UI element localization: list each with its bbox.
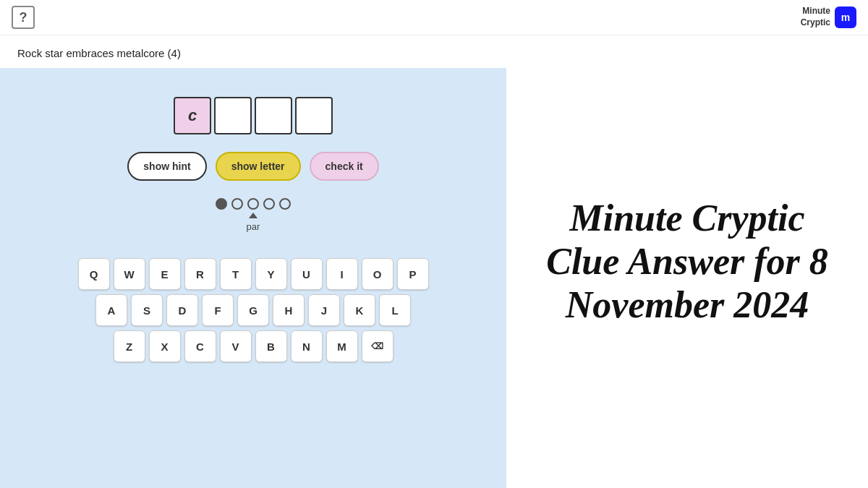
progress-dots xyxy=(216,198,291,210)
main-layout: Rock star embraces metalcore (4) c show … xyxy=(0,35,868,488)
key-C[interactable]: C xyxy=(184,330,216,362)
par-label: par xyxy=(247,221,260,232)
show-letter-button[interactable]: show letter xyxy=(216,152,301,181)
keyboard: Q W E R T Y U I O P A S D F G H xyxy=(69,249,438,371)
key-S[interactable]: S xyxy=(131,294,163,326)
help-button[interactable]: ? xyxy=(12,6,35,29)
key-T[interactable]: T xyxy=(220,258,252,290)
logo-text: MinuteCryptic xyxy=(801,6,830,28)
key-B[interactable]: B xyxy=(255,330,287,362)
key-U[interactable]: U xyxy=(291,258,323,290)
key-W[interactable]: W xyxy=(114,258,145,290)
keyboard-row-1: Q W E R T Y U I O P xyxy=(78,258,429,290)
key-V[interactable]: V xyxy=(220,330,252,362)
key-A[interactable]: A xyxy=(95,294,127,326)
key-L[interactable]: L xyxy=(379,294,411,326)
letter-box-1[interactable]: c xyxy=(174,97,211,134)
game-area: c show hint show letter check it xyxy=(0,68,506,488)
key-Q[interactable]: Q xyxy=(78,258,110,290)
key-D[interactable]: D xyxy=(166,294,198,326)
logo-icon: m xyxy=(835,7,856,28)
key-X[interactable]: X xyxy=(149,330,181,362)
logo-area: MinuteCryptic m xyxy=(801,6,856,28)
key-Y[interactable]: Y xyxy=(255,258,287,290)
dot-2 xyxy=(231,198,243,210)
letter-boxes: c xyxy=(174,97,333,134)
right-panel: Minute Cryptic Clue Answer for 8 Novembe… xyxy=(506,35,868,488)
backspace-key[interactable]: ⌫ xyxy=(362,330,393,362)
key-P[interactable]: P xyxy=(397,258,429,290)
key-I[interactable]: I xyxy=(326,258,358,290)
key-G[interactable]: G xyxy=(237,294,269,326)
buttons-row: show hint show letter check it xyxy=(127,152,378,181)
progress-indicator xyxy=(249,213,258,218)
progress-area: par xyxy=(216,198,291,232)
right-content: Minute Cryptic Clue Answer for 8 Novembe… xyxy=(542,197,832,326)
key-J[interactable]: J xyxy=(308,294,340,326)
clue-text: Rock star embraces metalcore (4) xyxy=(0,47,506,68)
key-Z[interactable]: Z xyxy=(114,330,145,362)
check-it-button[interactable]: check it xyxy=(310,152,379,181)
keyboard-row-3: Z X C V B N M ⌫ xyxy=(78,330,429,362)
letter-box-2[interactable] xyxy=(214,97,252,134)
key-E[interactable]: E xyxy=(149,258,181,290)
dot-1 xyxy=(216,198,227,210)
letter-box-3[interactable] xyxy=(255,97,292,134)
key-K[interactable]: K xyxy=(344,294,375,326)
left-panel: Rock star embraces metalcore (4) c show … xyxy=(0,35,506,488)
letter-box-4[interactable] xyxy=(295,97,333,134)
dot-5 xyxy=(279,198,291,210)
dot-4 xyxy=(263,198,275,210)
key-H[interactable]: H xyxy=(273,294,305,326)
key-N[interactable]: N xyxy=(291,330,323,362)
top-bar: ? MinuteCryptic m xyxy=(0,0,868,35)
key-M[interactable]: M xyxy=(326,330,358,362)
keyboard-row-2: A S D F G H J K L xyxy=(78,294,429,326)
right-panel-title: Minute Cryptic Clue Answer for 8 Novembe… xyxy=(542,197,832,326)
key-R[interactable]: R xyxy=(184,258,216,290)
key-F[interactable]: F xyxy=(202,294,234,326)
key-O[interactable]: O xyxy=(362,258,393,290)
show-hint-button[interactable]: show hint xyxy=(127,152,206,181)
dot-3 xyxy=(247,198,259,210)
